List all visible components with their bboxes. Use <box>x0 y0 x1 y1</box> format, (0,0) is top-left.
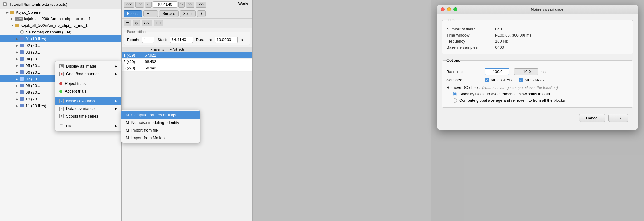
menu-item-file[interactable]: File ▶ <box>55 122 121 130</box>
tree-item-channels[interactable]: Neuromag channels (309) <box>0 29 121 35</box>
radio-block-by-block[interactable] <box>453 92 457 96</box>
tree-item-01[interactable]: ▶ 01 (19 files) <box>0 35 121 42</box>
data-icon <box>19 50 24 54</box>
tree-item-02[interactable]: ▶ 02 (20... <box>0 42 121 49</box>
start-input[interactable] <box>170 37 193 43</box>
dialog-titlebar: Noise covariance <box>437 5 638 14</box>
tree-arrow: ▶ <box>16 91 19 94</box>
data-icon <box>19 76 24 81</box>
submenu-item-compute[interactable]: M Compute from recordings <box>121 111 200 119</box>
noise-cov-icon: M <box>59 99 64 103</box>
item-05-label: 05 (20... <box>26 63 40 68</box>
baseline-unit: ms <box>540 69 545 74</box>
meg-grad-label: MEG GRAD <box>491 78 512 82</box>
baseline-from-input[interactable] <box>485 68 509 75</box>
all-button[interactable]: ▾ All <box>142 20 152 26</box>
nav-prev-button[interactable]: < <box>145 2 152 8</box>
nav-next2-button[interactable]: >> <box>186 2 194 8</box>
sensors-row: Sensors: ✓ MEG GRAD ✓ MEG MAG <box>446 78 628 82</box>
data-icon <box>19 83 24 88</box>
nav-next-button[interactable]: > <box>178 2 185 8</box>
dc-button[interactable]: DC <box>154 20 163 26</box>
menu-item-accept-label: Accept trials <box>65 89 86 93</box>
col-header-events: ▾ Events <box>151 47 164 51</box>
menu-item-file-label: File <box>66 124 72 128</box>
menu-item-data-cov[interactable]: M Data covariance ▶ <box>55 105 121 112</box>
options-section: Options Baseline: - ms Sensors: ✓ MEG GR… <box>442 58 633 108</box>
maximize-button[interactable] <box>453 7 457 11</box>
menu-divider-3 <box>55 121 121 121</box>
tab-surface[interactable]: Surface <box>159 10 178 17</box>
epoch-input[interactable] <box>142 37 154 43</box>
sub-toolbar: ≋ ⚙ ▾ All DC <box>122 19 252 28</box>
svg-rect-3 <box>10 11 12 12</box>
tab-add[interactable]: + <box>197 10 206 17</box>
submenu-item-import-matlab[interactable]: M Import from Matlab <box>121 134 200 142</box>
tree-header: TutorialPhantomElekta (subjects) <box>0 0 121 9</box>
meg-grad-checkbox-label[interactable]: ✓ MEG GRAD <box>485 78 512 82</box>
waveform-row-3[interactable]: 3 (x20) 68.943 <box>122 65 252 72</box>
ok-button[interactable]: OK <box>608 114 628 122</box>
duration-input[interactable] <box>215 37 238 43</box>
tree-arrow: ▶ <box>11 17 15 20</box>
minimize-button[interactable] <box>447 7 451 11</box>
item-11-label: 11 (20 files) <box>26 103 46 108</box>
menu-item-reject-trials[interactable]: Reject trials <box>55 80 121 87</box>
svg-rect-19 <box>20 90 24 94</box>
meg-mag-checkbox: ✓ <box>519 78 523 82</box>
menu-item-good-bad-channels[interactable]: ◉ Good/bad channels ▶ <box>55 70 121 78</box>
waves-button[interactable]: ≋ <box>124 20 131 26</box>
submenu-arrow: ▶ <box>115 65 117 68</box>
folder-icon <box>10 10 15 15</box>
waveform-row-2[interactable]: 2 (x20) 68.432 <box>122 59 252 65</box>
radio-row-2[interactable]: Compute global average and remove it to … <box>453 98 628 103</box>
tree-arrow: ▶ <box>6 11 10 14</box>
close-button[interactable] <box>441 7 445 11</box>
nav-last-button[interactable]: >>> <box>196 2 206 8</box>
files-info-row-1: Number of files : 640 <box>446 27 628 31</box>
scouts-icon: S <box>59 114 64 118</box>
tree-root-label: TutorialPhantomElekta (subjects) <box>9 2 67 7</box>
settings-button[interactable]: ⚙ <box>133 20 140 26</box>
radio-row-1[interactable]: Block by block, to avoid effects of slow… <box>453 92 628 96</box>
item-02-label: 02 (20... <box>26 43 40 48</box>
baseline-to-input[interactable] <box>514 68 538 75</box>
meg-mag-checkbox-label[interactable]: ✓ MEG MAG <box>519 78 544 82</box>
works-tab[interactable]: Works <box>235 0 252 7</box>
remove-dc-hint: (subtract average computed over the base… <box>482 86 558 90</box>
display-image-icon: 🖼 <box>59 64 64 68</box>
submenu-item-no-noise[interactable]: M No noise modeling (identity <box>121 119 200 126</box>
time-value-input[interactable] <box>153 1 177 8</box>
data-icon <box>19 43 24 48</box>
tree-item-folder2[interactable]: ▼ kojak_all_200nAm_no_chpi_no_ms_1 <box>0 22 121 29</box>
folder2-icon <box>15 23 19 28</box>
dialog-title: Noise covariance <box>460 7 634 12</box>
svg-rect-13 <box>20 50 24 54</box>
tree-arrow: ▶ <box>16 71 19 74</box>
tab-scout[interactable]: Scout <box>180 10 196 17</box>
radio-global-avg[interactable] <box>453 98 457 103</box>
menu-item-display-image[interactable]: 🖼 Display as image ▶ <box>55 62 121 70</box>
menu-item-noise-cov[interactable]: M Noise covariance ▶ <box>55 97 121 105</box>
tree-item-raw[interactable]: ▶ RAW kojak_all_200nAm_no_chpi_no_ms_1 <box>0 16 121 22</box>
item-04-label: 04 (20... <box>26 57 40 61</box>
waveform-row-1[interactable]: 1 (x19) 67.922 <box>122 52 252 59</box>
files-legend: Files <box>446 18 457 22</box>
tab-record[interactable]: Record <box>124 10 142 17</box>
svg-rect-14 <box>20 57 24 61</box>
submenu-item-import-file[interactable]: M Import from file <box>121 126 200 134</box>
cancel-button[interactable]: Cancel <box>579 114 605 122</box>
tree-item-kojak-sphere[interactable]: ▶ Kojak_Sphere <box>0 9 121 16</box>
menu-item-scouts-ts[interactable]: S Scouts time series <box>55 112 121 120</box>
dialog-body: Files Number of files : 640 Time window … <box>437 14 638 130</box>
tree-item-03[interactable]: ▶ 03 (20... <box>0 49 121 55</box>
nav-prev2-button[interactable]: << <box>135 2 144 8</box>
nav-first-button[interactable]: <<< <box>124 2 134 8</box>
baseline-label: Baseline: <box>446 69 483 74</box>
num-files-label: Number of files : <box>446 27 495 31</box>
tab-filter[interactable]: Filter <box>143 10 158 17</box>
good-bad-icon: ◉ <box>59 72 64 76</box>
menu-item-scouts-label: Scouts time series <box>66 114 98 118</box>
menu-item-accept-trials[interactable]: Accept trials <box>55 87 121 95</box>
submenu-item-no-noise-label: No noise modeling (identity <box>131 120 179 125</box>
